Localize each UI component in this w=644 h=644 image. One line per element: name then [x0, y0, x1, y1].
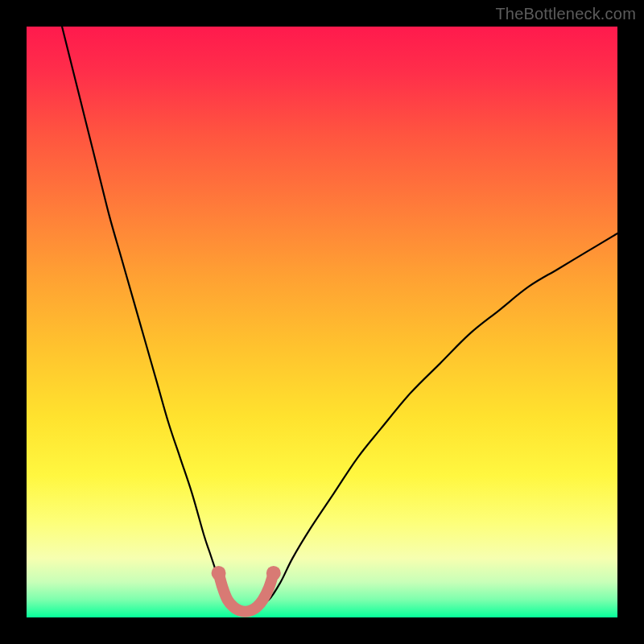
- trough-markers: [212, 566, 281, 580]
- watermark-text: TheBottleneck.com: [495, 5, 636, 23]
- optimal-trough: [219, 573, 274, 612]
- chart-svg: [27, 27, 617, 617]
- bottleneck-curve: [62, 27, 617, 612]
- plot-area: [27, 27, 617, 617]
- trough-marker: [266, 566, 281, 580]
- trough-marker: [212, 566, 226, 580]
- chart-frame: TheBottleneck.com: [0, 0, 644, 644]
